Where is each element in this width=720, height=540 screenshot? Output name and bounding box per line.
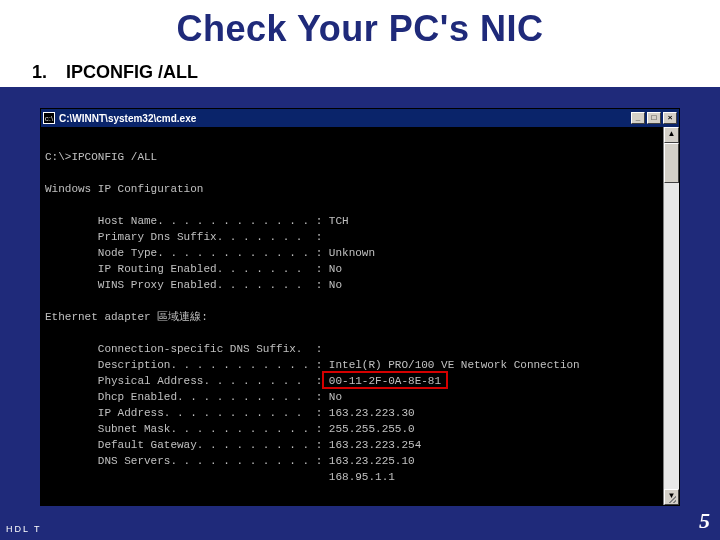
- scroll-thumb[interactable]: [664, 143, 679, 183]
- mac-address-highlight: [322, 371, 447, 389]
- cmd-icon: c:\: [43, 112, 55, 124]
- slide-root: Check Your PC's NIC 1. IPCONFIG /ALL c:\…: [0, 0, 720, 540]
- footer-left-text: HDL T: [6, 524, 42, 534]
- window-buttons: _ □ ×: [631, 112, 677, 124]
- bullet-row: 1. IPCONFIG /ALL: [0, 56, 720, 87]
- maximize-button[interactable]: □: [647, 112, 661, 124]
- cmd-window: c:\ C:\WINNT\system32\cmd.exe _ □ × C:\>…: [40, 108, 680, 506]
- resize-grip-icon[interactable]: [666, 493, 676, 503]
- window-titlebar[interactable]: c:\ C:\WINNT\system32\cmd.exe _ □ ×: [41, 109, 679, 127]
- slide-title: Check Your PC's NIC: [0, 0, 720, 56]
- bullet-text: IPCONFIG /ALL: [66, 62, 198, 82]
- scroll-track[interactable]: [664, 143, 679, 489]
- bullet-number: 1.: [32, 62, 47, 82]
- close-button[interactable]: ×: [663, 112, 677, 124]
- window-title: C:\WINNT\system32\cmd.exe: [59, 113, 631, 124]
- scroll-up-button[interactable]: ▲: [664, 127, 679, 143]
- page-number: 5: [699, 508, 710, 534]
- cmd-body: C:\>IPCONFIG /ALL Windows IP Configurati…: [41, 127, 679, 505]
- vertical-scrollbar[interactable]: ▲ ▼: [663, 127, 679, 505]
- terminal-output[interactable]: C:\>IPCONFIG /ALL Windows IP Configurati…: [41, 127, 663, 505]
- minimize-button[interactable]: _: [631, 112, 645, 124]
